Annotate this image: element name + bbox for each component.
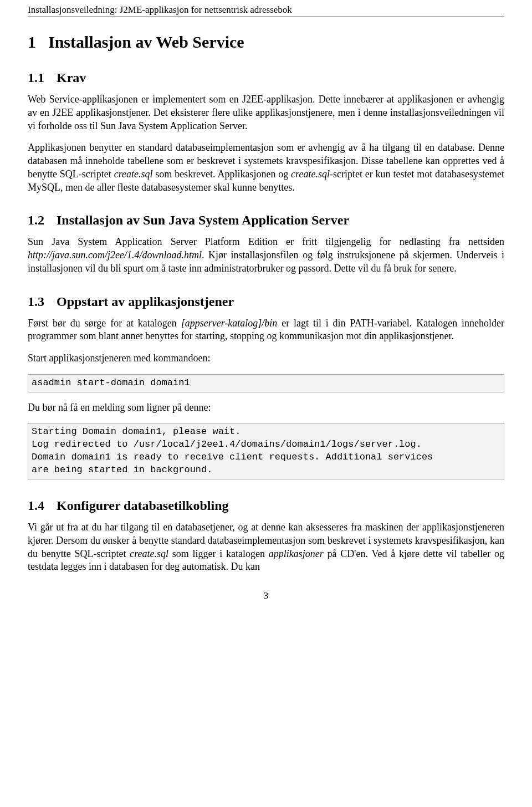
subsection-title: Krav — [57, 70, 86, 85]
paragraph: Vi går ut fra at du har tilgang til en d… — [28, 521, 504, 574]
subsection-title: Oppstart av applikasjonstjener — [57, 294, 234, 309]
italic-text: create.sql — [291, 168, 330, 180]
text-run: Sun Java System Application Server Platf… — [28, 236, 504, 247]
code-block: asadmin start-domain domain1 — [28, 374, 504, 392]
italic-text: create.sql — [114, 168, 153, 180]
subsection-1-1-heading: 1.1Krav — [28, 70, 504, 85]
subsection-1-4-heading: 1.4Konfigurer databasetilkobling — [28, 498, 504, 513]
code-lead-in: Start applikasjonstjeneren med kommandoe… — [28, 352, 504, 365]
italic-text: applikasjoner — [269, 548, 324, 559]
text-run: som ligger i katalogen — [168, 548, 269, 559]
subsection-title: Konfigurer databasetilkobling — [57, 498, 229, 513]
paragraph: Først bør du sørge for at katalogen [app… — [28, 317, 504, 344]
italic-text: create.sql — [130, 548, 168, 559]
paragraph: Applikasjonen benytter en standard datab… — [28, 141, 504, 194]
code-block: Starting Domain domain1, please wait. Lo… — [28, 423, 504, 479]
paragraph: Sun Java System Application Server Platf… — [28, 236, 504, 275]
section-1-heading: 1Installasjon av Web Service — [28, 33, 504, 52]
subsection-title: Installasjon av Sun Java System Applicat… — [57, 213, 349, 227]
text-run: Først bør du sørge for at katalogen — [28, 318, 181, 329]
page-number: 3 — [28, 590, 504, 601]
subsection-1-2-heading: 1.2Installasjon av Sun Java System Appli… — [28, 213, 504, 228]
code-lead-in: Du bør nå få en melding som ligner på de… — [28, 401, 504, 415]
running-header: Installasjonsveiledning: J2ME-applikasjo… — [28, 4, 504, 17]
subsection-1-3-heading: 1.3Oppstart av applikasjonstjener — [28, 294, 504, 309]
section-title: Installasjon av Web Service — [48, 33, 244, 51]
italic-url: http://java.sun.com/j2ee/1.4/download.ht… — [28, 249, 202, 261]
subsection-number: 1.1 — [28, 70, 44, 85]
text-run: som beskrevet. Applikasjonen og — [152, 168, 291, 180]
subsection-number: 1.4 — [28, 498, 44, 513]
section-number: 1 — [28, 33, 36, 51]
italic-path: [appserver-katalog]/bin — [181, 318, 278, 329]
subsection-number: 1.2 — [28, 213, 44, 227]
document-page: Installasjonsveiledning: J2ME-applikasjo… — [0, 0, 532, 807]
paragraph: Web Service-applikasjonen er implementer… — [28, 93, 504, 132]
subsection-number: 1.3 — [28, 294, 44, 309]
